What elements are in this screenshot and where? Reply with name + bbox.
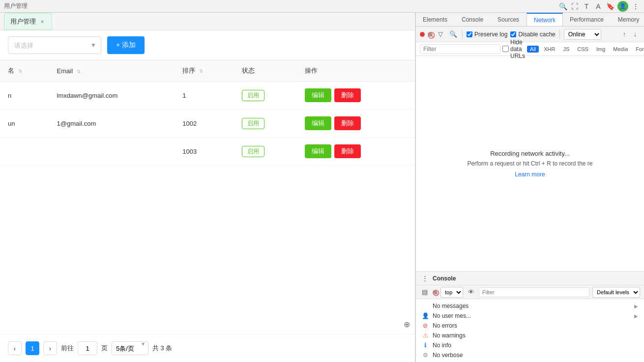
goto-label: 前往 [61,344,74,353]
network-content: Recording network activity... Perform a … [416,56,644,271]
search-network-button[interactable]: 🔍 [448,29,458,39]
learn-more-link[interactable]: Learn more [515,171,545,178]
filter-tag-js[interactable]: JS [560,46,572,53]
delete-button[interactable]: 删除 [334,144,361,158]
info-icon: ℹ [422,342,429,349]
bookmark-icon[interactable]: 🔖 [606,2,615,11]
cell-actions: 编辑删除 [297,82,415,110]
console-menu-icon[interactable]: ⋮ [420,274,430,283]
hide-data-urls-checkbox[interactable] [502,46,509,52]
search-icon[interactable]: 🔍 [558,2,567,11]
text-icon[interactable]: T [582,2,591,11]
cell-email: lmxdawn@gmail.com [49,82,175,110]
sort-icon-rank: ⇅ [199,68,203,74]
col-header-name: 名 ⇅ [0,60,49,82]
cell-status: 启用 [234,82,297,110]
tab-console[interactable]: Console [455,13,491,26]
filter-tag-xhr[interactable]: XHR [541,46,558,53]
cell-status: 启用 [234,110,297,138]
filter-tag-font[interactable]: Font [633,46,644,53]
console-scope-select[interactable]: top [440,287,463,298]
tab-network[interactable]: Network [527,13,563,26]
tab-label: 用户管理 [10,17,36,26]
cell-status: 启用 [234,138,297,166]
cell-rank: 1002 [175,110,234,138]
table-container: 名 ⇅ Email ⇅ 排序 ⇅ 状态 操作 [0,60,415,334]
select-wrapper: 请选择 ▼ [8,36,101,54]
cell-email: 1@gmail.com [49,110,175,138]
import-icon[interactable]: ↑ [619,29,629,39]
console-msg-no-verbose[interactable]: ⚙ No verbose [420,350,640,360]
goto-page-input[interactable] [78,341,97,355]
tab-sources[interactable]: Sources [491,13,527,26]
expand-arrow-0[interactable]: ▶ [634,304,638,309]
edit-button[interactable]: 编辑 [305,144,331,158]
console-header: ⋮ Console [416,272,644,285]
expand-arrow-1[interactable]: ▶ [634,313,638,319]
filter-tag-media[interactable]: Media [610,46,631,53]
next-page-button[interactable]: › [43,341,57,355]
cell-name: n [0,82,49,110]
data-table: 名 ⇅ Email ⇅ 排序 ⇅ 状态 操作 [0,60,415,166]
console-eye-icon[interactable]: 👁 [466,287,476,297]
fullscreen-icon[interactable]: ⛶ [570,2,579,11]
tab-user-management[interactable]: 用户管理 × [4,13,52,30]
no-messages-icon [422,303,429,309]
filter-tag-css[interactable]: CSS [574,46,591,53]
delete-button[interactable]: 删除 [334,88,361,102]
export-icon[interactable]: ↓ [630,29,640,39]
verbose-icon: ⚙ [422,352,429,359]
page-1-button[interactable]: 1 [26,341,39,355]
status-badge: 启用 [242,90,264,101]
prev-page-button[interactable]: ‹ [8,341,22,355]
network-filter-bar: Hide data URLs All XHR JS CSS Img Media … [416,42,644,56]
table-row: 1003启用编辑删除 [0,138,415,166]
console-sidebar-icon[interactable]: ▤ [420,287,430,297]
disable-cache-checkbox[interactable] [510,31,516,37]
console-messages: No messages ▶ 👤 No user mes... ▶ ⊘ No er… [416,299,644,362]
console-msg-no-messages[interactable]: No messages ▶ [420,301,640,311]
zoom-icon[interactable]: ⊕ [404,320,410,329]
tab-close-button[interactable]: × [39,18,46,25]
filter-tag-img[interactable]: Img [593,46,608,53]
main-container: 用户管理 × 请选择 ▼ + 添加 名 ⇅ [0,13,644,362]
edit-button[interactable]: 编辑 [305,116,331,130]
clear-button[interactable]: 🚫 [428,32,433,37]
filter-tag-all[interactable]: All [527,46,539,53]
cell-name: un [0,110,49,138]
filter-select[interactable]: 请选择 [8,36,101,54]
console-filter-input[interactable] [479,287,589,297]
delete-button[interactable]: 删除 [334,116,361,130]
app-panel: 用户管理 × 请选择 ▼ + 添加 名 ⇅ [0,13,415,362]
col-header-rank: 排序 ⇅ [175,60,234,82]
tab-performance[interactable]: Performance [563,13,611,26]
translate-icon[interactable]: A [594,2,603,11]
tab-bar: 用户管理 × [0,13,415,30]
tab-elements[interactable]: Elements [416,13,455,26]
console-panel: ⋮ Console ▤ 🚫 top 👁 Default levels [416,271,644,362]
disable-cache-label[interactable]: Disable cache [510,31,555,38]
network-filter-input[interactable] [420,44,500,54]
tab-memory[interactable]: Memory [611,13,644,26]
toolbar-separator-2 [559,30,560,39]
devtools-tabs: Elements Console Sources Network Perform… [416,13,644,27]
online-select[interactable]: Online Offline Slow 3G Fast 3G [564,29,601,40]
table-row: nlmxdawn@gmail.com1启用编辑删除 [0,82,415,110]
filter-toggle-button[interactable]: ▽ [436,29,445,39]
preserve-log-label[interactable]: Preserve log [467,31,507,38]
edit-button[interactable]: 编辑 [305,88,331,102]
console-level-select[interactable]: Default levels [592,287,640,298]
status-badge: 启用 [242,118,264,129]
console-msg-no-info[interactable]: ℹ No info [420,340,640,350]
per-page-select[interactable]: 5条/页 10条/页 20条/页 [112,341,148,355]
more-icon[interactable]: ⋮ [631,2,640,11]
console-msg-no-user[interactable]: 👤 No user mes... ▶ [420,311,640,321]
add-button[interactable]: + 添加 [107,36,145,54]
console-msg-no-errors[interactable]: ⊘ No errors [420,321,640,331]
total-label: 共 3 条 [152,344,172,353]
console-clear-icon[interactable]: 🚫 [433,290,438,295]
record-button[interactable] [420,32,425,37]
preserve-log-checkbox[interactable] [467,31,472,37]
avatar-icon[interactable]: 👤 [617,1,628,12]
console-msg-no-warnings[interactable]: ⚠ No warnings [420,331,640,340]
